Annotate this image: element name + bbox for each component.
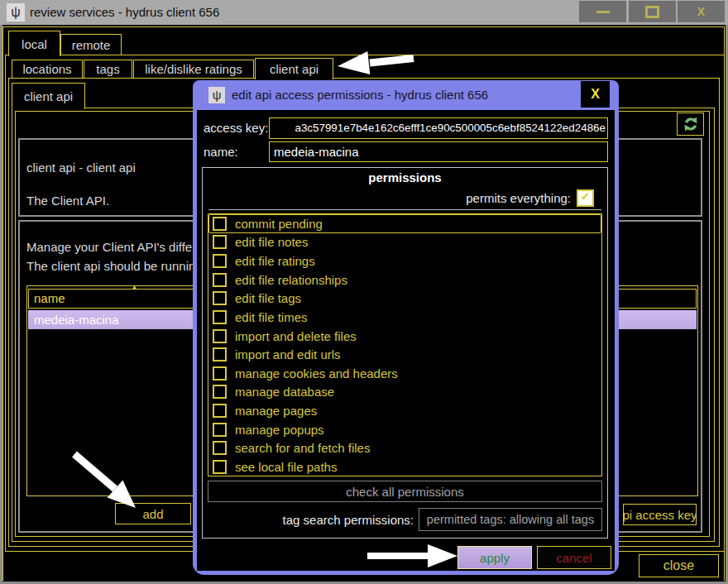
permission-checkbox[interactable]	[213, 273, 227, 287]
permission-label: import and delete files	[235, 329, 357, 343]
permission-label: see local file paths	[235, 460, 337, 474]
permission-row[interactable]: import and delete files	[208, 327, 601, 346]
hydrus-app-icon: ψ	[7, 3, 25, 22]
permission-row[interactable]: manage database	[208, 383, 601, 402]
permission-checkbox[interactable]	[213, 310, 227, 324]
permission-checkbox[interactable]	[213, 291, 227, 305]
maximize-icon	[645, 6, 659, 18]
permission-row[interactable]: edit file tags	[208, 290, 601, 309]
permission-row[interactable]: see local file paths	[208, 457, 601, 476]
close-window-button[interactable]: X	[678, 1, 725, 22]
cancel-button[interactable]: cancel	[537, 546, 611, 569]
add-button[interactable]: add	[115, 503, 191, 524]
tab-locations[interactable]: locations	[12, 60, 83, 78]
permission-label: import and edit urls	[235, 347, 341, 361]
permission-checkbox[interactable]	[213, 460, 227, 474]
permission-label: edit file relationships	[235, 273, 347, 287]
permission-row[interactable]: edit file notes	[208, 233, 601, 252]
dialog-close-button[interactable]: X	[581, 81, 610, 108]
tab-like-dislike-ratings[interactable]: like/dislike ratings	[133, 60, 254, 78]
permission-row[interactable]: edit file relationships	[208, 270, 601, 290]
permission-label: edit file ratings	[235, 254, 315, 268]
permits-everything-label: permits everything:	[466, 191, 571, 205]
permission-row[interactable]: manage popups	[208, 420, 601, 439]
permission-label: manage pages	[235, 404, 317, 418]
refresh-button[interactable]	[677, 112, 704, 136]
name-field[interactable]: medeia-macina	[269, 141, 608, 162]
permission-checkbox[interactable]	[213, 347, 227, 361]
permission-checkbox[interactable]	[213, 366, 227, 381]
client-api-info-body: The Client API.	[26, 194, 109, 208]
close-button[interactable]: close	[639, 554, 719, 577]
tab-tags[interactable]: tags	[84, 60, 132, 78]
permission-label: manage cookies and headers	[235, 366, 398, 381]
permission-row[interactable]: manage cookies and headers	[208, 364, 601, 383]
permission-row[interactable]: edit file times	[208, 308, 601, 327]
permission-checkbox[interactable]	[213, 441, 227, 455]
tab-client-api-inner[interactable]: client api	[12, 83, 85, 109]
permission-checkbox[interactable]	[213, 329, 227, 343]
close-icon: X	[697, 6, 705, 17]
minimize-icon	[596, 11, 610, 13]
dialog-title: edit api access permissions - hydrus cli…	[232, 80, 488, 110]
permission-row[interactable]: edit file ratings	[208, 251, 601, 270]
screen: ψ review services - hydrus client 656 X …	[0, 0, 728, 584]
permission-label: search for and fetch files	[235, 441, 370, 455]
permission-checkbox[interactable]	[213, 404, 227, 418]
manage-description-line2: The client api should be runnin	[26, 259, 195, 273]
tab-local[interactable]: local	[8, 31, 60, 56]
permission-row[interactable]: import and edit urls	[208, 345, 601, 364]
access-key-label: access key:	[204, 117, 268, 139]
permissions-separator	[208, 209, 601, 210]
permission-label: edit file times	[235, 310, 308, 324]
main-window-titlebar[interactable]: ψ review services - hydrus client 656 X	[0, 0, 728, 25]
tab-remote[interactable]: remote	[60, 34, 122, 55]
permission-checkbox[interactable]	[213, 385, 227, 399]
permission-checkbox[interactable]	[213, 235, 227, 249]
permission-checkbox[interactable]	[213, 423, 227, 437]
access-key-field[interactable]: a3c57991e7b4e162c6efff1ce90c500005c6ebf8…	[269, 117, 608, 139]
tag-search-permissions-row: tag search permissions: permitted tags: …	[203, 508, 602, 531]
permission-label: manage popups	[235, 423, 324, 437]
permission-label: edit file notes	[235, 235, 308, 249]
permission-row[interactable]: search for and fetch files	[208, 439, 601, 458]
permissions-title: permissions	[203, 170, 607, 184]
permission-checkbox[interactable]	[213, 254, 227, 268]
main-window-title: review services - hydrus client 656	[30, 0, 219, 25]
name-label: name:	[204, 141, 238, 162]
permits-everything-checkbox[interactable]: ✓	[577, 189, 594, 207]
tag-search-permissions-button[interactable]: permitted tags: allowing all tags	[419, 508, 602, 531]
permissions-list: commit pending edit file notes edit file…	[208, 213, 602, 476]
client-api-info-title: client api - client api	[26, 160, 136, 175]
permission-checkbox[interactable]	[213, 217, 227, 231]
dialog-titlebar[interactable]: ψ edit api access permissions - hydrus c…	[193, 80, 619, 110]
permission-label: commit pending	[235, 217, 323, 231]
copy-api-access-key-button[interactable]: pi access key	[623, 504, 697, 525]
permission-row[interactable]: manage pages	[208, 401, 601, 420]
permission-label: manage database	[235, 385, 334, 399]
permits-everything-row: permits everything: ✓	[203, 190, 594, 206]
permission-row[interactable]: commit pending	[208, 214, 601, 233]
dialog-body: access key: a3c57991e7b4e162c6efff1ce90c…	[197, 110, 615, 571]
check-all-permissions-button[interactable]: check all permissions	[208, 481, 602, 502]
edit-api-permissions-dialog: ψ edit api access permissions - hydrus c…	[193, 80, 619, 575]
permissions-panel: permissions permits everything: ✓ commit…	[202, 167, 608, 539]
hydrus-dialog-icon: ψ	[208, 87, 225, 103]
tag-search-permissions-label: tag search permissions:	[283, 513, 414, 527]
maximize-button[interactable]	[629, 1, 676, 22]
refresh-icon	[682, 116, 699, 132]
manage-description-line1: Manage your Client API's differ	[26, 240, 196, 254]
apply-button[interactable]: apply	[457, 546, 532, 569]
permission-label: edit file tags	[235, 291, 301, 305]
minimize-button[interactable]	[579, 1, 626, 22]
tab-client-api[interactable]: client api	[255, 58, 333, 79]
